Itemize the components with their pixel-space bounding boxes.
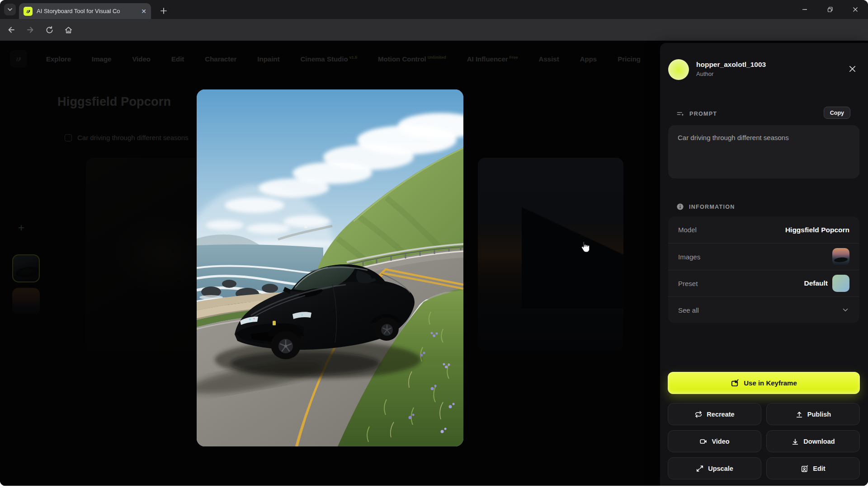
tab-close-icon[interactable]: ✕ [141,8,146,14]
preset-row[interactable]: Preset Default [668,270,859,296]
prompt-icon [676,110,684,118]
download-icon [791,437,799,446]
see-all-label: See all [678,306,699,314]
restore-button[interactable] [817,0,843,19]
images-row[interactable]: Images [668,243,859,270]
browser-window: AI Storyboard Tool for Visual Co ✕ higgs… [0,0,868,486]
recreate-button[interactable]: Recreate [668,403,761,425]
back-button[interactable] [4,22,19,38]
information-section-header: INFORMATION [676,203,735,211]
browser-toolbar: higgsfield.ai/popcorn?projectId=43cca775… [0,19,868,41]
upscale-button[interactable]: Upscale [668,457,761,479]
page-content: Explore Image Video Edit Character Inpai… [0,41,868,486]
prompt-section-header: PROMPT [676,110,717,118]
tab-search-button[interactable] [4,4,16,15]
upscale-icon [696,465,704,473]
mouse-cursor [578,239,592,258]
chevron-down-icon [7,7,13,12]
model-row: Model Higgsfield Popcorn [668,216,859,243]
author-header: hopper_axolotl_1003 Author [668,59,857,81]
edit-portrait-icon [801,465,809,473]
recreate-icon [694,410,703,418]
tab-strip: AI Storyboard Tool for Visual Co ✕ [0,0,868,19]
close-window-button[interactable] [843,0,868,19]
forward-button[interactable] [23,22,38,38]
images-label: Images [678,253,700,261]
edit-button[interactable]: Edit [766,457,860,479]
author-role: Author [696,70,713,77]
publish-icon [795,410,803,418]
copy-prompt-button[interactable]: Copy [824,107,850,119]
hand-pointer-icon [578,239,592,256]
action-buttons: Recreate Publish Video Download Upscale [668,403,860,479]
preset-value: Default [804,279,828,287]
preset-swatch[interactable] [832,275,849,292]
minimize-button[interactable] [792,0,817,19]
use-in-keyframe-button[interactable]: Use in Keyframe [668,372,860,394]
see-all-row[interactable]: See all [668,296,859,323]
window-controls [792,0,868,19]
model-value: Higgsfield Popcorn [785,226,849,234]
browser-tab[interactable]: AI Storyboard Tool for Visual Co ✕ [19,3,151,19]
detail-sidebar: hopper_axolotl_1003 Author PROMPT Copy C… [660,43,868,486]
video-camera-icon [699,437,708,446]
preset-label: Preset [678,280,698,287]
download-button[interactable]: Download [766,430,860,452]
home-button[interactable] [61,22,76,38]
author-avatar[interactable] [668,59,689,80]
keyframe-icon [731,379,739,387]
new-tab-button[interactable] [157,5,170,17]
higgsfield-favicon-icon [24,7,33,16]
close-icon [849,65,856,73]
prompt-text-box[interactable]: Car driving through different seasons [668,125,859,178]
information-label: INFORMATION [689,204,735,210]
publish-button[interactable]: Publish [766,403,860,425]
tab-title: AI Storyboard Tool for Visual Co [37,8,132,14]
chevron-down-icon [841,306,849,314]
video-button[interactable]: Video [668,430,761,452]
prompt-label: PROMPT [689,111,717,117]
model-label: Model [678,226,697,234]
info-icon [676,203,684,211]
close-panel-button[interactable] [847,64,857,74]
images-thumbnail[interactable] [832,248,849,265]
information-card: Model Higgsfield Popcorn Images Preset D… [668,216,859,323]
reload-button[interactable] [42,22,57,38]
plus-icon [160,8,167,14]
generated-image[interactable] [197,89,463,446]
author-name[interactable]: hopper_axolotl_1003 [696,61,766,69]
